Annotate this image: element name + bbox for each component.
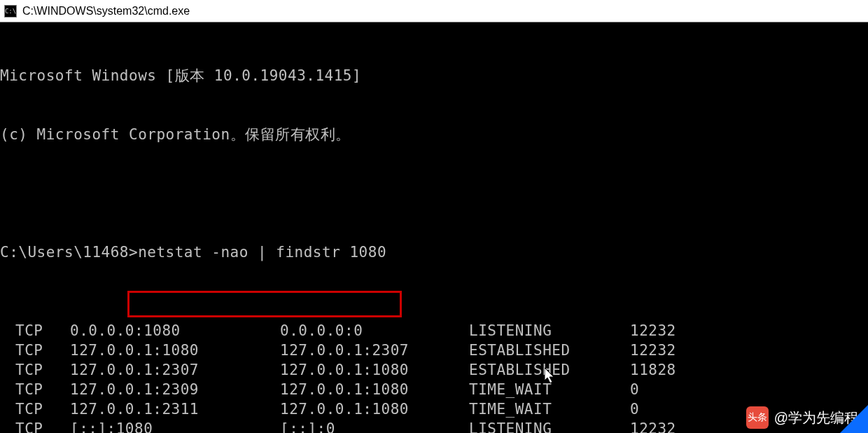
terminal-output[interactable]: Microsoft Windows [版本 10.0.19043.1415] (… xyxy=(0,22,868,433)
watermark-icon: 头条 xyxy=(746,406,769,429)
netstat-row: TCP127.0.0.1:1080127.0.0.1:2307ESTABLISH… xyxy=(0,341,868,360)
corner-decoration xyxy=(840,405,868,433)
window-title: C:\WINDOWS\system32\cmd.exe xyxy=(22,5,190,18)
header-line: (c) Microsoft Corporation。保留所有权利。 xyxy=(0,125,868,144)
netstat-row: TCP0.0.0.0:10800.0.0.0:0LISTENING12232 xyxy=(0,321,868,341)
command-line: C:\Users\11468>netstat -nao | findstr 10… xyxy=(0,242,868,262)
netstat-row: TCP127.0.0.1:2309127.0.0.1:1080TIME_WAIT… xyxy=(0,380,868,399)
window-titlebar: C:\ C:\WINDOWS\system32\cmd.exe xyxy=(0,0,868,22)
netstat-row: TCP127.0.0.1:2307127.0.0.1:1080ESTABLISH… xyxy=(0,360,868,380)
cmd-icon: C:\ xyxy=(4,5,17,18)
netstat-row: TCP[::]:1080[::]:0LISTENING12232 xyxy=(0,419,868,433)
netstat-row: TCP127.0.0.1:2311127.0.0.1:1080TIME_WAIT… xyxy=(0,399,868,419)
header-line: Microsoft Windows [版本 10.0.19043.1415] xyxy=(0,66,868,85)
